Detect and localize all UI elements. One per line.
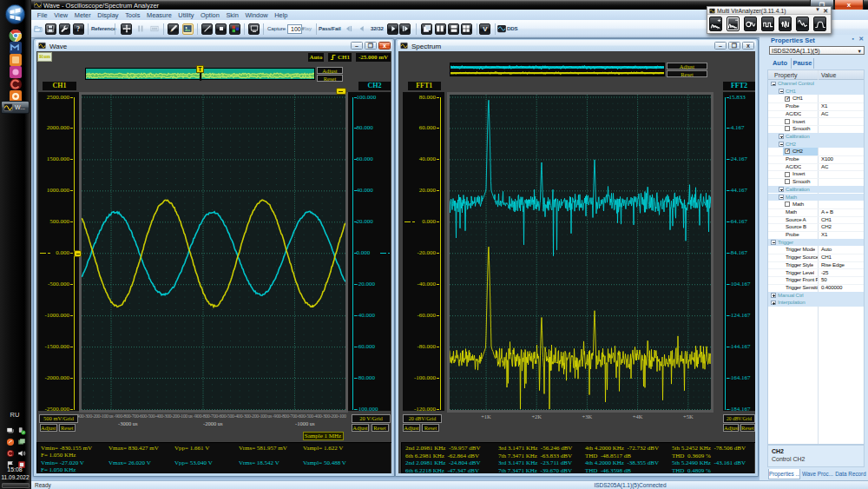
trigger-position-marker[interactable]: T bbox=[196, 65, 204, 73]
pulse-wave-button[interactable] bbox=[813, 17, 826, 31]
save-button[interactable] bbox=[45, 23, 56, 35]
property-row-calibration[interactable]: Calibration bbox=[768, 133, 864, 141]
properties-panel-header[interactable]: Properties Set▪✕ bbox=[760, 35, 868, 45]
expand-icon[interactable] bbox=[771, 301, 776, 306]
property-row-ch1[interactable]: CH1 bbox=[768, 88, 864, 96]
bottom-tab-properties[interactable]: Properties ... bbox=[768, 469, 800, 479]
red-c-icon[interactable] bbox=[6, 446, 15, 454]
flag-icon[interactable] bbox=[6, 457, 15, 466]
next-frame-button[interactable] bbox=[387, 23, 398, 35]
ch2-scale-select[interactable]: 20 V/Grid bbox=[352, 414, 391, 423]
menu-option[interactable]: Option bbox=[197, 11, 222, 19]
fft1-scale-select[interactable]: 20 dBV/Grid bbox=[403, 414, 442, 423]
green-shield-icon[interactable] bbox=[17, 434, 26, 443]
ch2-reset-button[interactable]: Reset bbox=[372, 424, 389, 432]
ch1-ground-marker[interactable] bbox=[74, 250, 82, 257]
menu-utility[interactable]: Utility bbox=[175, 11, 198, 19]
fft2-adjust-button[interactable]: Adjust bbox=[723, 424, 739, 432]
arrange-button[interactable] bbox=[461, 23, 472, 35]
collapse-icon[interactable] bbox=[779, 195, 784, 200]
wave-maximize-button[interactable]: ❐ bbox=[365, 42, 377, 50]
spectrum-titlebar[interactable]: Spectrum–❐x bbox=[398, 40, 756, 51]
fft1-adjust-button[interactable]: Adjust bbox=[403, 424, 420, 432]
show-desktop-button[interactable] bbox=[2, 483, 30, 488]
property-row-manual-ctrl[interactable]: Manual Ctrl bbox=[768, 292, 864, 300]
expand-icon[interactable] bbox=[771, 293, 776, 298]
float-close-icon[interactable]: ✕ bbox=[823, 8, 828, 15]
menu-help[interactable]: Help bbox=[271, 11, 291, 19]
spectrum-hoffset-reset-button[interactable]: Reset bbox=[667, 70, 707, 77]
display-button[interactable] bbox=[248, 23, 260, 35]
pin-icon[interactable]: ▪ bbox=[852, 36, 854, 42]
collapse-icon[interactable] bbox=[779, 89, 784, 94]
menu-tools[interactable]: Tools bbox=[122, 11, 143, 19]
spectrum-overview-strip[interactable] bbox=[450, 63, 665, 76]
spectrum-plot[interactable] bbox=[447, 92, 713, 413]
ch2-offset-marker[interactable] bbox=[336, 88, 346, 95]
fft2-reset-button[interactable]: Reset bbox=[740, 424, 756, 432]
square-wave-button[interactable] bbox=[761, 17, 774, 31]
wave-hoffset-adjust-button[interactable]: Adjust bbox=[317, 67, 343, 74]
menu-meter[interactable]: Meter bbox=[71, 11, 95, 19]
dds-icon[interactable] bbox=[496, 23, 506, 35]
ch1-scale-select[interactable]: 500 mV/Grid bbox=[39, 414, 78, 423]
reference-button[interactable]: Reference bbox=[91, 25, 116, 31]
help-button[interactable]: ? bbox=[73, 23, 84, 35]
checkbox-ch2[interactable]: ✓ bbox=[785, 149, 790, 154]
passfail-button[interactable]: Pass/Fail bbox=[319, 25, 341, 31]
dot-style-button[interactable] bbox=[215, 23, 227, 35]
property-row-interpolation[interactable]: Interpolation bbox=[768, 299, 864, 307]
capture-count-combo[interactable]: 100▼ bbox=[287, 24, 302, 34]
open-button[interactable] bbox=[33, 23, 44, 35]
prev-frame-button[interactable] bbox=[356, 23, 367, 35]
wave-hoffset-reset-button[interactable]: Reset bbox=[317, 75, 343, 82]
property-row-math[interactable]: Math bbox=[768, 194, 864, 202]
image-button[interactable] bbox=[182, 23, 194, 35]
spectrum-analyzer-button[interactable] bbox=[709, 17, 722, 31]
dds-button[interactable]: DDS bbox=[507, 25, 518, 31]
last-frame-button[interactable] bbox=[399, 23, 411, 35]
property-row-trigger[interactable]: Trigger bbox=[768, 239, 864, 247]
menu-file[interactable]: File bbox=[34, 11, 51, 19]
taskbar-wave-app-button[interactable]: W... bbox=[1, 101, 30, 114]
expand-icon[interactable] bbox=[779, 187, 784, 192]
bottom-tab-wave-process[interactable]: Wave Proc... bbox=[802, 469, 833, 479]
audio-wave-button[interactable] bbox=[779, 17, 792, 31]
wave-minimize-button[interactable]: – bbox=[351, 42, 363, 50]
fft1-reset-button[interactable]: Reset bbox=[422, 424, 439, 432]
wave-titlebar[interactable]: Wave–❐x bbox=[36, 40, 392, 51]
checkbox-smooth[interactable] bbox=[785, 179, 790, 184]
fft2-scale-select[interactable]: 20 dBV/Grid bbox=[723, 414, 755, 423]
property-row-calibration[interactable]: Calibration bbox=[768, 186, 864, 194]
remote-desktop-icon[interactable] bbox=[6, 423, 15, 432]
checkbox-ch1[interactable]: ✓ bbox=[785, 96, 790, 102]
menu-view[interactable]: View bbox=[51, 11, 71, 19]
speaker-icon[interactable] bbox=[17, 446, 26, 454]
line-style-button[interactable] bbox=[201, 23, 213, 35]
play-button[interactable]: Play bbox=[301, 25, 312, 31]
menu-measure[interactable]: Measure bbox=[143, 11, 174, 19]
start-button[interactable] bbox=[4, 3, 26, 25]
collapse-icon[interactable] bbox=[779, 142, 784, 147]
tab-auto[interactable]: Auto bbox=[769, 58, 792, 69]
checkbox-invert[interactable] bbox=[785, 119, 790, 124]
tile-horizontal-button[interactable] bbox=[448, 23, 459, 35]
collapse-icon[interactable] bbox=[771, 82, 776, 87]
color-button[interactable] bbox=[229, 23, 240, 35]
cascade-button[interactable] bbox=[421, 23, 432, 35]
draw-button[interactable] bbox=[168, 23, 179, 35]
tab-pause[interactable]: Pause bbox=[792, 58, 814, 69]
record-button[interactable] bbox=[148, 23, 160, 35]
pause-button[interactable] bbox=[135, 23, 146, 35]
red-square-icon[interactable] bbox=[17, 457, 26, 466]
checkbox-invert[interactable] bbox=[785, 172, 790, 177]
usb-device-icon[interactable] bbox=[17, 423, 26, 432]
checkbox-smooth[interactable] bbox=[785, 126, 790, 131]
spectrum-hoffset-adjust-button[interactable]: Adjust bbox=[667, 63, 707, 69]
settings-button[interactable] bbox=[59, 23, 70, 35]
voltage-button[interactable]: V bbox=[479, 23, 490, 35]
language-indicator[interactable]: RU bbox=[0, 411, 30, 419]
spectrum-maximize-button[interactable]: ❐ bbox=[728, 42, 740, 50]
damped-wave-button[interactable] bbox=[796, 17, 809, 31]
panel-close-icon[interactable]: ✕ bbox=[858, 36, 864, 43]
